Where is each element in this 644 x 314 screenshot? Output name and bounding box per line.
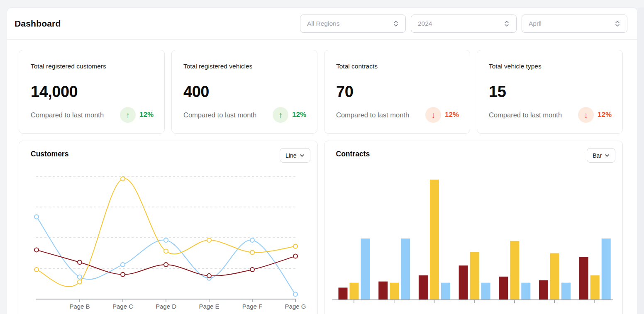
trend-arrow-icon: ↑ — [120, 107, 136, 123]
updown-stepper-icon — [504, 20, 510, 27]
trend-indicator: ↑ 12% — [120, 107, 154, 123]
main-sheet: Dashboard All Regions 2024 April Total r… — [7, 7, 638, 314]
page-title: Dashboard — [15, 19, 61, 29]
trend-indicator: ↓ 12% — [425, 107, 459, 123]
customers-chart-panel: Page BPage CPage DPage EPage FPage G Cus… — [19, 141, 318, 314]
trend-percent: 12% — [598, 111, 612, 119]
trend-percent: 12% — [292, 111, 306, 119]
year-filter-select[interactable]: 2024 — [411, 15, 517, 33]
stat-card-vehicles: Total registered vehicles 400 Compared t… — [171, 50, 317, 134]
chart-type-value: Bar — [593, 152, 602, 159]
month-filter-value: April — [529, 20, 542, 27]
stat-card-customers: Total registered customers 14,000 Compar… — [19, 50, 165, 134]
trend-arrow-icon: ↑ — [273, 107, 288, 123]
trend-arrow-icon: ↓ — [425, 107, 441, 123]
chevron-down-icon — [300, 153, 305, 158]
contracts-bar-chart — [324, 141, 623, 314]
stat-compare-label: Compared to last month — [489, 111, 562, 119]
stat-value: 15 — [489, 83, 612, 101]
customers-chart-type-select[interactable]: Line — [280, 148, 310, 163]
customers-line-chart: Page BPage CPage DPage EPage FPage G — [19, 141, 318, 314]
updown-stepper-icon — [393, 20, 399, 27]
stat-label: Total contracts — [336, 63, 459, 70]
page-header: Dashboard All Regions 2024 April — [7, 8, 637, 40]
year-filter-value: 2024 — [418, 20, 432, 27]
contracts-chart-panel: Contracts Bar — [324, 141, 623, 314]
chart-type-value: Line — [285, 152, 296, 159]
panel-title-customers: Customers — [31, 150, 68, 158]
stat-compare-label: Compared to last month — [31, 111, 104, 119]
trend-percent: 12% — [445, 111, 459, 119]
trend-percent: 12% — [139, 111, 154, 119]
trend-indicator: ↓ 12% — [578, 107, 612, 123]
svg-text:Page C: Page C — [112, 303, 133, 310]
svg-text:Page F: Page F — [242, 303, 262, 310]
contracts-chart-type-select[interactable]: Bar — [587, 148, 615, 163]
stat-cards-row: Total registered customers 14,000 Compar… — [19, 50, 623, 134]
trend-indicator: ↑ 12% — [273, 107, 306, 123]
region-filter-value: All Regions — [307, 20, 339, 27]
region-filter-select[interactable]: All Regions — [300, 15, 406, 33]
updown-stepper-icon — [615, 20, 620, 27]
svg-text:Page E: Page E — [199, 303, 219, 310]
stat-label: Total registered customers — [31, 63, 154, 70]
svg-text:Page B: Page B — [69, 303, 90, 310]
filter-bar: All Regions 2024 April — [300, 15, 627, 33]
svg-text:Page D: Page D — [156, 303, 176, 310]
stat-value: 400 — [183, 83, 306, 101]
panel-title-contracts: Contracts — [336, 150, 370, 158]
chevron-down-icon — [605, 153, 610, 158]
svg-text:Page G: Page G — [285, 303, 306, 310]
stat-compare-label: Compared to last month — [183, 111, 256, 119]
page-scrollbar[interactable] — [638, 7, 644, 314]
stat-value: 70 — [336, 83, 459, 101]
stat-card-contracts: Total contracts 70 Compared to last mont… — [324, 50, 470, 134]
trend-arrow-icon: ↓ — [578, 107, 594, 123]
stat-label: Total registered vehicles — [183, 63, 306, 70]
stat-compare-label: Compared to last month — [336, 111, 409, 119]
stat-value: 14,000 — [31, 83, 154, 101]
month-filter-select[interactable]: April — [522, 15, 627, 33]
stat-label: Total vehicle types — [489, 63, 612, 70]
charts-row: Page BPage CPage DPage EPage FPage G Cus… — [19, 141, 623, 314]
stat-card-vehicle-types: Total vehicle types 15 Compared to last … — [477, 50, 623, 134]
